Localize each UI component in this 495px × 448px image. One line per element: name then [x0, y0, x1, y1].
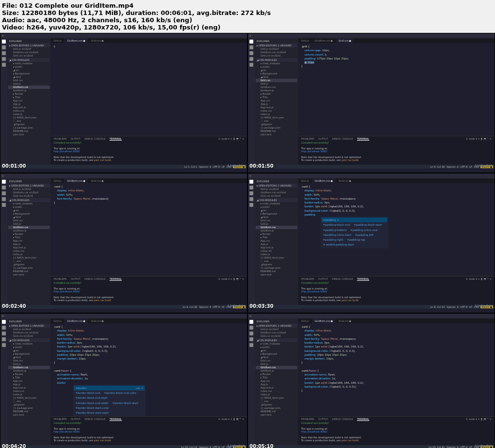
debug-icon[interactable]	[249, 57, 253, 61]
editor-tabs[interactable]: Grid.js GridItem.css ● Grid.css ●	[51, 178, 247, 183]
timestamp: 00:03:30	[249, 303, 274, 309]
titlebar	[0, 33, 247, 38]
editor-tabs[interactable]: Grid.js GridItem.css ● Grid.css ●	[51, 318, 247, 323]
editor-tabs[interactable]: Grid.js GridItem.css ● Grid.css ●	[298, 178, 495, 183]
tab-grid-css[interactable]: Grid.css ●	[88, 38, 106, 43]
sidebar[interactable]: EXPLORER ▸ OPEN EDITORS 1 UNSAVED Grid.j…	[7, 178, 51, 305]
sidebar[interactable]: EXPLORER ▸ OPEN EDITORS 1 UNSAVED Grid.j…	[255, 318, 298, 445]
debug-icon[interactable]	[249, 197, 253, 201]
editor[interactable]: .card { display: inline-block; width: 50…	[51, 183, 247, 276]
tab-grid-css[interactable]: Grid.css ●	[335, 318, 354, 323]
git-icon[interactable]	[249, 332, 253, 335]
activity-bar[interactable]	[0, 318, 7, 445]
editor-tabs[interactable]: Grid.js GridItem.css ● Grid.css ●	[298, 38, 495, 43]
status-bar: Ln 15, Col 41Spaces: 4UTF-8LFCSSESLint ●	[248, 445, 495, 448]
debug-icon[interactable]	[2, 57, 6, 61]
activity-bar[interactable]	[0, 178, 7, 305]
debug-icon[interactable]	[2, 197, 6, 201]
terminal-panel[interactable]: PROBLEMSOUTPUTDEBUG CONSOLETERMINAL1: no…	[51, 416, 247, 445]
search-icon[interactable]	[2, 45, 6, 49]
tab-griditem-css[interactable]: GridItem.css ●	[64, 38, 88, 43]
sidebar[interactable]: EXPLORER ▸ OPEN EDITORS 1 UNSAVED Grid.j…	[255, 38, 298, 165]
ext-icon[interactable]	[2, 203, 6, 207]
watermark: Linked in	[228, 304, 245, 308]
status-bar: Ln 8, Col 13Spaces: 4UTF-8LFCSSESLint ●	[248, 305, 495, 309]
tab-grid-css[interactable]: Grid.css ●	[335, 38, 354, 43]
thumbnail: EXPLORER ▸ OPEN EDITORS 1 UNSAVED Grid.j…	[248, 173, 495, 313]
watermark: Linked in	[228, 444, 245, 448]
git-icon[interactable]	[2, 191, 6, 195]
timestamp: 00:01:00	[2, 163, 26, 169]
thumbnail-grid: EXPLORER ▸ OPEN EDITORS 1 UNSAVED Grid.j…	[0, 33, 495, 448]
status-bar: Ln 15, Col 11Spaces: 4UTF-8LFCSSESLint ●	[0, 445, 247, 448]
files-icon[interactable]	[249, 180, 253, 184]
ext-icon[interactable]	[249, 343, 253, 347]
terminal-panel[interactable]: PROBLEMSOUTPUTDEBUG CONSOLETERMINAL1: no…	[298, 136, 495, 165]
tab-grid-js[interactable]: Grid.js	[51, 318, 64, 323]
titlebar	[248, 33, 495, 38]
files-icon[interactable]	[249, 40, 253, 43]
files-icon[interactable]	[2, 40, 6, 43]
ext-icon[interactable]	[249, 63, 253, 67]
ext-icon[interactable]	[2, 343, 6, 347]
git-icon[interactable]	[2, 51, 6, 55]
titlebar	[0, 314, 247, 318]
tab-grid-js[interactable]: Grid.js	[51, 38, 64, 43]
tab-griditem-css[interactable]: GridItem.css ●	[64, 318, 88, 323]
titlebar	[248, 173, 495, 178]
sidebar[interactable]: EXPLORER ▸ OPEN EDITORS 1 UNSAVED Grid.j…	[255, 178, 298, 305]
terminal-panel[interactable]: PROBLEMSOUTPUTDEBUG CONSOLETERMINAL1: no…	[298, 416, 495, 445]
activity-bar[interactable]	[248, 318, 255, 445]
tab-grid-js[interactable]: Grid.js	[298, 178, 312, 183]
files-icon[interactable]	[2, 320, 6, 324]
search-icon[interactable]	[2, 186, 6, 189]
sidebar[interactable]: EXPLORER ▸ OPEN EDITORS 1 UNSAVED Grid.j…	[7, 318, 51, 445]
tab-grid-js[interactable]: Grid.js	[298, 38, 312, 43]
ext-icon[interactable]	[249, 203, 253, 207]
sidebar[interactable]: EXPLORER ▸ OPEN EDITORS 1 UNSAVED Grid.j…	[7, 38, 51, 165]
editor[interactable]: .card { display: inline-block; width: 50…	[51, 323, 247, 416]
editor-tabs[interactable]: Grid.js GridItem.css ● Grid.css ●	[51, 38, 247, 43]
thumbnail: EXPLORER ▸ OPEN EDITORS 1 UNSAVED Grid.j…	[0, 173, 248, 313]
terminal-panel[interactable]: PROBLEMSOUTPUTDEBUG CONSOLETERMINAL1: no…	[298, 276, 495, 305]
editor[interactable]: 1	[51, 43, 247, 136]
tab-grid-css[interactable]: Grid.css ●	[335, 178, 354, 183]
tab-grid-js[interactable]: Grid.js	[298, 318, 312, 323]
git-icon[interactable]	[249, 51, 253, 55]
files-icon[interactable]	[2, 180, 6, 184]
editor[interactable]: .grid { column-gap: 10px; column-count: …	[298, 43, 495, 136]
terminal-panel[interactable]: PROBLEMSOUTPUTDEBUG CONSOLETERMINAL1: no…	[51, 136, 247, 165]
tab-griditem-css[interactable]: GridItem.css ●	[312, 318, 335, 323]
activity-bar[interactable]	[248, 38, 255, 165]
activity-bar[interactable]	[0, 38, 7, 165]
watermark: Linked in	[475, 304, 493, 308]
status-bar: Ln 4, Col 42Spaces: 4UTF-8LFCSSESLint ●	[0, 305, 247, 309]
debug-icon[interactable]	[249, 337, 253, 341]
activity-bar[interactable]	[248, 178, 255, 305]
files-icon[interactable]	[249, 320, 253, 324]
timestamp: 00:02:40	[2, 303, 26, 309]
timestamp: 00:05:10	[249, 444, 274, 448]
debug-icon[interactable]	[2, 337, 6, 341]
editor[interactable]: .card { display: inline-block; width: 50…	[298, 323, 495, 416]
editor[interactable]: .card { display: inline-block; width: 50…	[298, 183, 495, 276]
editor-tabs[interactable]: Grid.js GridItem.css ● Grid.css ●	[298, 318, 495, 323]
tab-griditem-css[interactable]: GridItem.css ●	[312, 38, 335, 43]
watermark: Linked in	[228, 164, 245, 168]
search-icon[interactable]	[249, 186, 253, 189]
tab-grid-css[interactable]: Grid.css ●	[88, 318, 106, 323]
ext-icon[interactable]	[2, 63, 6, 67]
tab-griditem-css[interactable]: GridItem.css ●	[64, 178, 88, 183]
thumbnail: EXPLORER ▸ OPEN EDITORS 1 UNSAVED Grid.j…	[248, 313, 495, 448]
search-icon[interactable]	[249, 326, 253, 330]
titlebar	[0, 173, 247, 178]
tab-grid-css[interactable]: Grid.css ●	[88, 178, 106, 183]
git-icon[interactable]	[249, 191, 253, 195]
tab-grid-js[interactable]: Grid.js	[51, 178, 64, 183]
search-icon[interactable]	[249, 45, 253, 49]
terminal-panel[interactable]: PROBLEMSOUTPUTDEBUG CONSOLETERMINAL1: no…	[51, 276, 247, 305]
search-icon[interactable]	[2, 326, 6, 330]
thumbnail: EXPLORER ▸ OPEN EDITORS 1 UNSAVED Grid.j…	[248, 33, 495, 173]
git-icon[interactable]	[2, 332, 6, 335]
tab-griditem-css[interactable]: GridItem.css ●	[312, 178, 335, 183]
